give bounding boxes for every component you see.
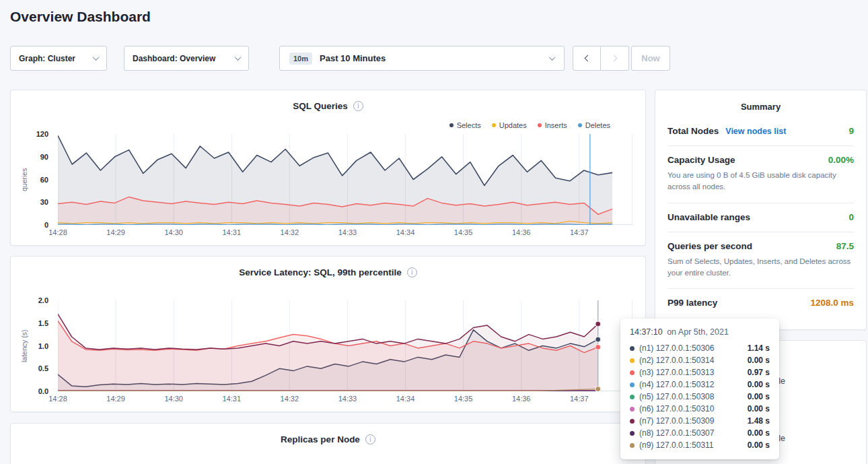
node-color-dot-icon	[630, 431, 635, 436]
overview-dashboard-page: Overview Dashboard Graph: Cluster Dashbo…	[0, 0, 868, 464]
x-tick-label: 14:34	[396, 228, 415, 236]
x-tick-label: 14:35	[454, 228, 473, 236]
time-forward-button[interactable]	[601, 46, 629, 71]
summary-row: Queries per second87.5Sum of Selects, Up…	[667, 232, 854, 290]
x-tick-label: 14:36	[512, 228, 531, 236]
tooltip-row: (n1) 127.0.0.1:503061.14 s	[630, 342, 770, 354]
summary-row-description: You are using 0 B of 4.5 GiB usable disk…	[667, 170, 854, 193]
node-color-dot-icon	[630, 358, 635, 363]
time-back-button[interactable]	[573, 46, 601, 71]
summary-row-value: 0.00%	[828, 155, 854, 165]
x-tick-label: 14:29	[106, 395, 125, 403]
legend-item-deletes[interactable]: Deletes	[578, 121, 610, 129]
summary-row-value: 0	[848, 212, 854, 222]
tooltip-row: (n2) 127.0.0.1:503140.00 s	[630, 354, 770, 366]
legend-dot-icon	[538, 123, 542, 127]
tooltip-node-label: (n6) 127.0.0.1:50310	[639, 404, 748, 413]
y-tick-label: 2.0	[38, 296, 48, 304]
latency-hover-tooltip: 14:37:10 on Apr 5th, 2021 (n1) 127.0.0.1…	[620, 319, 779, 459]
summary-row-description: Sum of Selects, Updates, Inserts, and De…	[667, 256, 854, 279]
x-tick-label: 14:36	[512, 395, 531, 403]
node-color-dot-icon	[630, 395, 635, 399]
summary-row-value: 1208.0 ms	[810, 298, 854, 308]
legend-label: Selects	[457, 121, 481, 129]
summary-row-label: P99 latency	[667, 298, 717, 308]
tooltip-row: (n8) 127.0.0.1:503070.00 s	[630, 427, 770, 439]
summary-row-label: Capacity Usage	[667, 155, 735, 165]
tooltip-node-value: 1.14 s	[748, 343, 770, 353]
node-color-dot-icon	[630, 419, 635, 424]
tooltip-row: (n5) 127.0.0.1:503080.00 s	[630, 391, 770, 403]
view-nodes-list-link[interactable]: View nodes list	[725, 127, 842, 136]
legend-dot-icon	[449, 123, 454, 127]
chevron-down-icon	[235, 54, 242, 61]
x-tick-label: 14:31	[222, 228, 241, 236]
y-tick-label: 60	[40, 176, 48, 184]
replicas-per-node-chart-panel: Replicas per Node	[10, 423, 646, 464]
y-tick-label: 0.5	[38, 364, 48, 372]
time-range-dropdown[interactable]: 10m Past 10 Minutes	[279, 46, 565, 71]
x-tick-label: 14:37	[570, 228, 589, 236]
tooltip-date: on Apr 5th, 2021	[667, 327, 729, 337]
summary-rows: Total NodesView nodes list9Capacity Usag…	[655, 117, 866, 317]
legend-label: Inserts	[545, 121, 567, 129]
chevron-down-icon	[549, 54, 556, 61]
now-button[interactable]: Now	[631, 46, 670, 71]
info-icon[interactable]	[353, 101, 363, 111]
tooltip-node-label: (n2) 127.0.0.1:50314	[639, 356, 748, 365]
summary-row-label: Unavailable ranges	[667, 212, 750, 222]
tooltip-node-value: 0.00 s	[748, 356, 770, 365]
x-tick-label: 14:37	[570, 395, 589, 403]
tooltip-node-label: (n3) 127.0.0.1:50313	[639, 368, 748, 377]
service-latency-chart-panel: Service Latency: SQL, 99th percentile la…	[10, 256, 646, 412]
chart-title-row: Service Latency: SQL, 99th percentile	[11, 267, 645, 277]
tooltip-row: (n3) 127.0.0.1:503130.97 s	[630, 366, 770, 378]
legend-item-selects[interactable]: Selects	[449, 121, 481, 129]
summary-title: Summary	[655, 90, 866, 117]
x-axis-labels: 14:2814:2914:3014:3114:3214:3314:3414:35…	[58, 228, 632, 239]
y-tick-label: 30	[40, 198, 48, 206]
chart-title-row: Replicas per Node	[11, 434, 645, 444]
sql-queries-plot[interactable]	[58, 134, 632, 225]
x-tick-label: 14:33	[338, 395, 357, 403]
x-tick-label: 14:30	[164, 228, 183, 236]
legend-item-updates[interactable]: Updates	[492, 121, 527, 129]
time-pager	[573, 46, 629, 71]
summary-row-label: Queries per second	[667, 241, 752, 251]
x-tick-label: 14:29	[106, 228, 125, 236]
y-tick-label: 90	[40, 153, 48, 161]
tooltip-node-label: (n5) 127.0.0.1:50308	[639, 392, 748, 401]
dashboard-dropdown[interactable]: Dashboard: Overview	[124, 46, 249, 71]
x-tick-label: 14:35	[454, 395, 473, 403]
chart-title-row: SQL Queries	[11, 101, 645, 111]
chevron-left-icon	[584, 55, 591, 62]
tooltip-row: (n7) 127.0.0.1:503091.48 s	[630, 415, 770, 427]
y-tick-label: 120	[36, 130, 48, 138]
x-tick-label: 14:32	[281, 395, 299, 403]
tooltip-time: 14:37:10	[630, 327, 663, 337]
legend-dot-icon	[578, 123, 582, 127]
chevron-down-icon	[93, 54, 100, 61]
chart-title: Replicas per Node	[281, 434, 360, 444]
tooltip-node-value: 0.00 s	[748, 392, 770, 401]
info-icon[interactable]	[365, 434, 375, 444]
tooltip-node-label: (n4) 127.0.0.1:50312	[639, 380, 748, 389]
sql-queries-chart-panel: SQL Queries SelectsUpdatesInsertsDeletes…	[10, 90, 646, 246]
legend-item-inserts[interactable]: Inserts	[538, 121, 567, 129]
legend-label: Deletes	[585, 121, 610, 129]
sql-legend: SelectsUpdatesInsertsDeletes	[449, 121, 610, 129]
x-tick-label: 14:28	[48, 228, 67, 236]
tooltip-node-label: (n9) 127.0.0.1:50311	[639, 440, 748, 450]
tooltip-row: (n6) 127.0.0.1:503100.00 s	[630, 403, 770, 415]
y-axis-labels: 0.00.51.01.52.0	[26, 300, 54, 391]
legend-label: Updates	[499, 121, 527, 129]
tooltip-timestamp: 14:37:10 on Apr 5th, 2021	[630, 327, 770, 337]
tooltip-node-value: 0.00 s	[748, 404, 770, 413]
info-icon[interactable]	[407, 267, 417, 277]
tooltip-node-value: 0.00 s	[748, 440, 770, 450]
x-tick-label: 14:34	[396, 395, 415, 403]
x-tick-label: 14:31	[222, 395, 241, 403]
service-latency-plot[interactable]	[58, 300, 632, 391]
x-tick-label: 14:32	[281, 228, 299, 236]
graph-dropdown[interactable]: Graph: Cluster	[10, 46, 107, 71]
